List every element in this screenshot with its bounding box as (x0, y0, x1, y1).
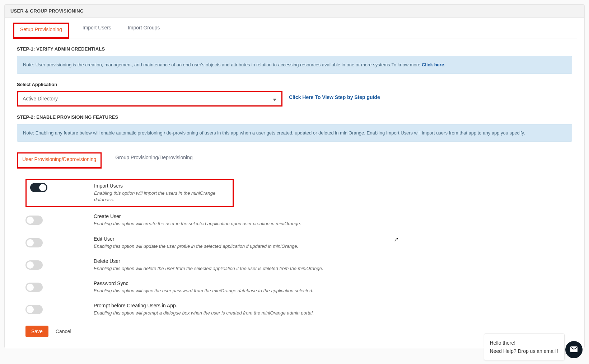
mail-icon (570, 345, 578, 355)
feature-desc-create-user: Enabling this option will create the use… (94, 221, 301, 227)
subtab-user-provisioning[interactable]: User Provisioning/Deprovisioning (18, 153, 100, 167)
step-1-note: Note: User provisioning is the creation,… (17, 56, 572, 74)
step-1-heading: STEP-1: VERIFY ADMIN CREDENTIALS (17, 46, 572, 52)
top-tabs: Setup Provisioning Import Users Import G… (12, 23, 577, 38)
toggle-password-sync[interactable] (25, 283, 43, 292)
tab-import-users[interactable]: Import Users (80, 23, 114, 38)
highlight-box-user-subtab: User Provisioning/Deprovisioning (17, 152, 102, 169)
toggle-create-user[interactable] (25, 216, 43, 225)
highlight-box-setup-tab: Setup Provisioning (13, 23, 69, 39)
subtab-group-provisioning[interactable]: Group Provisioning/Deprovisioning (112, 152, 196, 168)
feature-row-create-user: Create User Enabling this option will cr… (25, 213, 572, 227)
cancel-button[interactable]: Cancel (56, 328, 71, 334)
provisioning-panel: USER & GROUP PROVISIONING Setup Provisio… (4, 4, 585, 348)
feature-desc-delete-user: Enabling this option will delete the use… (94, 265, 323, 272)
provisioning-features: Import Users Enabling this option will i… (17, 179, 572, 316)
step-2-section: STEP-2: ENABLE PROVISIONING FEATURES Not… (12, 107, 577, 337)
help-fab-button[interactable] (565, 341, 583, 358)
select-application-field: Select Application Active Directory Clic… (17, 82, 572, 107)
feature-desc-password-sync: Enabling this option will sync the user … (94, 288, 313, 294)
save-button[interactable]: Save (25, 326, 48, 337)
help-greeting: Hello there! (490, 339, 558, 347)
feature-row-edit-user: Edit User Enabling this option will upda… (25, 236, 572, 250)
step-2-note: Note: Enabling any feature below will en… (17, 124, 572, 142)
step-2-note-text: Note: Enabling any feature below will en… (23, 130, 525, 136)
help-message: Need Help? Drop us an email ! (490, 347, 558, 355)
panel-body: Setup Provisioning Import Users Import G… (5, 23, 584, 348)
feature-desc-prompt-create: Enabling this option will prompt a dialo… (94, 310, 314, 316)
highlight-box-import-users: Import Users Enabling this option will i… (25, 179, 234, 207)
step-by-step-guide-link[interactable]: Click Here To View Step by Step guide (289, 91, 380, 100)
step-1-section: STEP-1: VERIFY ADMIN CREDENTIALS Note: U… (12, 38, 577, 107)
sub-tabs: User Provisioning/Deprovisioning Group P… (17, 152, 572, 168)
feature-row-password-sync: Password Sync Enabling this option will … (25, 280, 572, 294)
toggle-delete-user[interactable] (25, 260, 43, 270)
feature-desc-import-users: Enabling this option will import the use… (94, 190, 229, 203)
feature-title-delete-user: Delete User (94, 258, 323, 264)
feature-title-import-users: Import Users (94, 183, 229, 189)
toggle-prompt-create[interactable] (25, 305, 43, 314)
feature-row-prompt-create: Prompt before Creating Users in App. Ena… (25, 303, 572, 316)
step-1-note-text: Note: User provisioning is the creation,… (23, 62, 422, 67)
step-1-note-suffix: . (444, 62, 445, 67)
highlight-box-select-application: Active Directory (17, 91, 282, 107)
feature-title-password-sync: Password Sync (94, 280, 313, 286)
feature-title-prompt-create: Prompt before Creating Users in App. (94, 303, 314, 308)
feature-title-create-user: Create User (94, 213, 301, 219)
step-2-heading: STEP-2: ENABLE PROVISIONING FEATURES (17, 114, 572, 120)
feature-row-delete-user: Delete User Enabling this option will de… (25, 258, 572, 272)
feature-title-edit-user: Edit User (94, 236, 298, 242)
toggle-edit-user[interactable] (25, 238, 43, 247)
panel-title: USER & GROUP PROVISIONING (5, 5, 584, 18)
feature-desc-edit-user: Enabling this option will update the use… (94, 243, 298, 250)
help-popover: Hello there! Need Help? Drop us an email… (484, 334, 565, 360)
select-application-dropdown[interactable]: Active Directory (18, 92, 281, 105)
select-application-label: Select Application (17, 82, 572, 87)
step-1-note-link[interactable]: Click here (422, 62, 444, 67)
tab-import-groups[interactable]: Import Groups (125, 23, 163, 38)
tab-setup-provisioning[interactable]: Setup Provisioning (14, 24, 68, 37)
toggle-import-users[interactable] (30, 183, 47, 192)
